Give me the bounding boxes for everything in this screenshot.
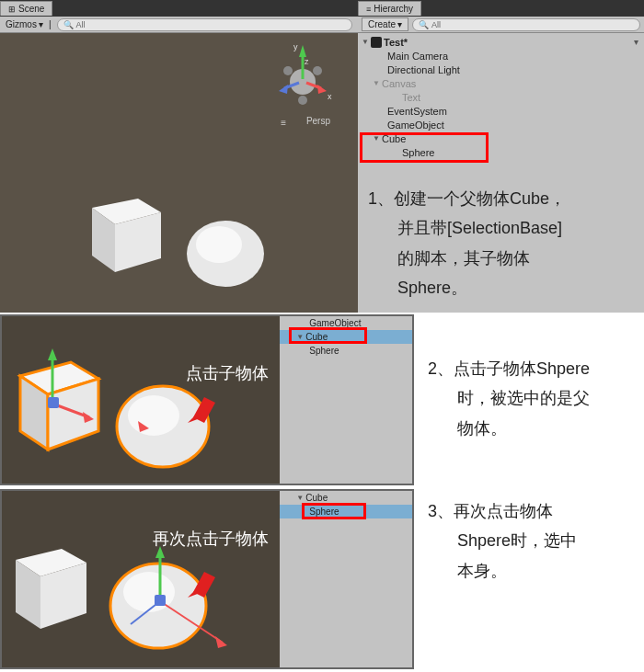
tree-item-light[interactable]: Directional Light — [358, 63, 644, 76]
hierarchy-icon: ≡ — [366, 5, 371, 14]
scene-tab-bar: ⊞ Scene — [0, 0, 358, 17]
tree-item-text[interactable]: Text — [358, 90, 644, 104]
mid-annotation: 点击子物体 — [186, 362, 269, 384]
scene-tab[interactable]: ⊞ Scene — [0, 1, 52, 16]
tree-item-sphere[interactable]: Sphere — [358, 145, 644, 159]
divider-icon: ≡ — [281, 118, 286, 128]
tree-root[interactable]: ▼ Test* ▾ — [358, 35, 644, 49]
tree-item-camera[interactable]: Main Camera — [358, 49, 644, 63]
scene-icon: ⊞ — [8, 5, 16, 14]
bot-annotation: 再次点击子物体 — [153, 528, 269, 550]
create-label: Create — [368, 19, 396, 29]
z-axis-label: z — [305, 57, 309, 66]
tree-item-eventsystem[interactable]: EventSystem — [358, 104, 644, 118]
scene-toolbar: Gizmos ▾ | 🔍 All — [0, 17, 358, 33]
cube-selected[interactable] — [2, 344, 121, 473]
expand-icon[interactable]: ▼ — [373, 79, 380, 87]
mini-item-cube-selected[interactable]: ▼Cube — [280, 330, 412, 344]
hierarchy-search-input[interactable]: 🔍 All — [412, 18, 640, 31]
svg-point-14 — [196, 226, 242, 263]
expand-icon[interactable]: ▼ — [362, 38, 369, 46]
expand-icon[interactable]: ▼ — [373, 134, 380, 142]
search-icon: 🔍 — [63, 20, 74, 29]
sphere-selected-gizmo[interactable] — [103, 541, 241, 670]
chevron-down-icon[interactable]: ▾ — [634, 37, 638, 47]
axis-gizmo[interactable]: x y z — [266, 40, 339, 114]
chevron-down-icon: ▾ — [397, 19, 402, 29]
svg-marker-1 — [299, 45, 306, 57]
bot-scene-view[interactable]: 再次点击子物体 — [2, 491, 280, 667]
gizmos-label: Gizmos — [6, 19, 37, 29]
annotation-2: 2、点击子物体Shpere 时，被选中的是父 物体。 — [428, 354, 639, 443]
bot-hierarchy[interactable]: ▼Cube Sphere — [280, 491, 412, 667]
svg-point-8 — [313, 66, 322, 75]
bot-section: 再次点击子物体 ▼Cube Sphere — [0, 489, 414, 669]
mini-item-gameobject[interactable]: GameObject — [280, 316, 412, 330]
mid-scene-view[interactable]: 点击子物体 — [2, 316, 280, 484]
hierarchy-tab-label: Hierarchy — [374, 4, 413, 14]
scene-viewport[interactable]: x y z Persp ≡ — [0, 33, 358, 313]
create-button[interactable]: Create ▾ — [362, 17, 408, 31]
tree-item-canvas[interactable]: ▼Canvas — [358, 76, 644, 90]
scene-panel: ⊞ Scene Gizmos ▾ | 🔍 All — [0, 0, 358, 313]
svg-marker-36 — [215, 636, 227, 648]
mini-item-sphere-selected[interactable]: Sphere — [280, 505, 412, 518]
chevron-down-icon: ▾ — [39, 19, 43, 29]
persp-label: Persp — [306, 116, 330, 126]
mid-hierarchy[interactable]: GameObject ▼Cube Sphere — [280, 316, 412, 484]
scene-cube-object[interactable] — [74, 180, 175, 281]
svg-point-24 — [128, 395, 179, 436]
unity-icon — [371, 37, 382, 48]
red-arrow-icon — [186, 564, 223, 601]
mini-item-cube[interactable]: ▼Cube — [280, 491, 412, 505]
red-arrow-icon — [186, 390, 223, 427]
svg-marker-19 — [48, 348, 57, 360]
y-axis-label: y — [293, 42, 298, 51]
scene-name: Test* — [384, 37, 408, 48]
svg-rect-38 — [155, 595, 166, 606]
hierarchy-tab-bar: ≡ Hierarchy — [358, 0, 644, 17]
tree-item-cube[interactable]: ▼Cube — [358, 131, 644, 145]
svg-rect-22 — [48, 397, 59, 408]
expand-icon[interactable]: ▼ — [296, 333, 304, 341]
divider: | — [49, 19, 52, 29]
search-placeholder: All — [431, 20, 441, 29]
x-axis-label: x — [328, 92, 332, 101]
scene-tab-label: Scene — [18, 4, 44, 14]
svg-point-7 — [298, 96, 307, 105]
svg-point-9 — [283, 66, 293, 75]
cube-plain[interactable] — [2, 532, 112, 643]
hierarchy-tab[interactable]: ≡ Hierarchy — [358, 1, 421, 16]
hierarchy-toolbar: Create ▾ 🔍 All — [358, 17, 644, 33]
search-icon: 🔍 — [419, 20, 429, 29]
search-placeholder: All — [76, 20, 86, 29]
mid-section: 点击子物体 GameObject ▼Cube Sphere — [0, 314, 414, 485]
mini-item-sphere[interactable]: Sphere — [280, 344, 412, 358]
scene-search-input[interactable]: 🔍 All — [57, 18, 352, 31]
annotation-3: 3、再次点击物体 Shpere时，选中 本身。 — [428, 496, 639, 586]
expand-icon[interactable]: ▼ — [296, 494, 304, 502]
scene-sphere-object[interactable] — [184, 217, 267, 290]
annotation-1: 1、创建一个父物体Cube， 并且带[SelectionBase] 的脚本，其子… — [368, 184, 635, 303]
tree-item-gameobject[interactable]: GameObject — [358, 118, 644, 131]
gizmos-button[interactable]: Gizmos ▾ — [6, 19, 43, 29]
